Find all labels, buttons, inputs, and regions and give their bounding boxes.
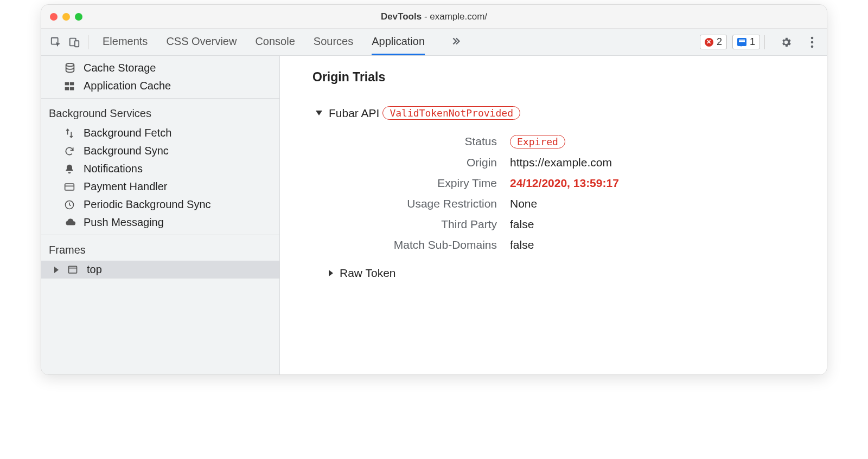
svg-rect-8 <box>70 82 74 85</box>
toolbar-separator-2 <box>764 35 765 49</box>
window-title: DevTools - example.com/ <box>41 11 827 22</box>
cache-section: Cache Storage Application Cache <box>41 56 279 99</box>
sidebar-item-label: Cache Storage <box>84 62 156 74</box>
frame-icon <box>67 264 80 275</box>
svg-rect-11 <box>65 184 74 190</box>
sidebar-item-application-cache[interactable]: Application Cache <box>41 77 279 95</box>
sidebar-item-label: Periodic Background Sync <box>84 198 211 211</box>
expiry-label: Expiry Time <box>334 177 497 190</box>
clock-icon <box>64 199 77 210</box>
toolbar-right-icons <box>777 33 821 51</box>
third-party-value: false <box>510 218 794 231</box>
fullscreen-window-button[interactable] <box>75 13 82 21</box>
credit-card-icon <box>64 182 77 192</box>
sidebar-item-push-messaging[interactable]: Push Messaging <box>41 214 279 231</box>
match-subdomains-value: false <box>510 238 794 251</box>
cloud-icon <box>64 217 77 228</box>
title-sep: - <box>422 11 430 22</box>
minimize-window-button[interactable] <box>62 13 70 21</box>
fetch-arrows-icon <box>64 128 77 139</box>
traffic-lights <box>50 13 82 21</box>
sidebar-item-label: top <box>87 263 102 276</box>
match-subdomains-label: Match Sub-Domains <box>334 238 497 251</box>
status-value: Expired <box>510 135 794 148</box>
sidebar-item-label: Payment Handler <box>84 180 168 193</box>
svg-point-6 <box>66 63 74 66</box>
error-icon: ✕ <box>705 38 713 47</box>
usage-restriction-label: Usage Restriction <box>334 197 497 210</box>
toolbar: Elements CSS Overview Console Sources Ap… <box>41 29 827 56</box>
expand-triangle-icon[interactable] <box>54 267 59 273</box>
expand-triangle-icon[interactable] <box>329 270 333 276</box>
devtools-window: DevTools - example.com/ Elements CSS Ove… <box>41 4 827 375</box>
frames-section: Frames top <box>41 235 279 279</box>
origin-value: https://example.com <box>510 156 794 169</box>
tab-elements[interactable]: Elements <box>103 29 148 55</box>
sidebar-item-label: Push Messaging <box>84 216 164 229</box>
message-icon <box>737 38 746 46</box>
sync-icon <box>64 146 77 157</box>
status-pill: Expired <box>510 135 565 148</box>
application-sidebar: Cache Storage Application Cache Backgrou… <box>41 56 280 374</box>
sidebar-item-label: Background Fetch <box>84 127 171 139</box>
svg-rect-2 <box>75 41 79 47</box>
trial-details-grid: Status Expired Origin https://example.co… <box>334 135 794 251</box>
bell-icon <box>64 164 77 174</box>
settings-gear-icon[interactable] <box>777 33 795 51</box>
trial-status-pill: ValidTokenNotProvided <box>382 106 520 120</box>
third-party-label: Third Party <box>334 218 497 231</box>
sidebar-item-label: Background Sync <box>84 145 169 157</box>
device-toggle-icon[interactable] <box>65 33 84 51</box>
tab-console[interactable]: Console <box>255 29 295 55</box>
console-status-chips: ✕ 2 1 <box>700 35 760 49</box>
expiry-value: 24/12/2020, 13:59:17 <box>510 177 794 190</box>
trial-name: Fubar API <box>329 107 379 120</box>
sidebar-item-label: Application Cache <box>84 80 171 92</box>
tabs-overflow-button[interactable] <box>450 29 462 55</box>
background-services-section: Background Services Background Fetch Bac… <box>41 99 279 235</box>
svg-point-5 <box>811 45 814 48</box>
svg-point-3 <box>811 36 814 39</box>
errors-count: 2 <box>717 36 722 48</box>
origin-trials-heading: Origin Trials <box>312 70 794 85</box>
title-url: example.com/ <box>430 11 487 22</box>
sidebar-item-periodic-background-sync[interactable]: Periodic Background Sync <box>41 196 279 214</box>
collapse-triangle-icon[interactable] <box>316 111 322 115</box>
usage-restriction-value: None <box>510 197 794 210</box>
sidebar-item-label: Notifications <box>84 163 143 175</box>
background-services-header: Background Services <box>41 102 279 124</box>
sidebar-item-notifications[interactable]: Notifications <box>41 160 279 178</box>
sidebar-item-background-fetch[interactable]: Background Fetch <box>41 124 279 142</box>
grid-icon <box>64 81 77 92</box>
panel-body: Cache Storage Application Cache Backgrou… <box>41 56 827 374</box>
origin-label: Origin <box>334 156 497 169</box>
svg-rect-10 <box>70 87 74 90</box>
svg-rect-7 <box>65 82 69 85</box>
sidebar-item-payment-handler[interactable]: Payment Handler <box>41 178 279 196</box>
sidebar-item-background-sync[interactable]: Background Sync <box>41 142 279 160</box>
panel-tabs: Elements CSS Overview Console Sources Ap… <box>103 29 694 55</box>
raw-token-label: Raw Token <box>340 267 396 280</box>
sidebar-item-cache-storage[interactable]: Cache Storage <box>41 59 279 77</box>
inspect-element-icon[interactable] <box>47 33 65 51</box>
sidebar-item-frame-top[interactable]: top <box>41 261 279 279</box>
more-menu-icon[interactable] <box>803 33 821 51</box>
errors-chip[interactable]: ✕ 2 <box>700 35 727 49</box>
titlebar: DevTools - example.com/ <box>41 5 827 29</box>
tab-css-overview[interactable]: CSS Overview <box>166 29 237 55</box>
svg-rect-9 <box>65 87 69 90</box>
tab-sources[interactable]: Sources <box>314 29 353 55</box>
trial-header-row[interactable]: Fubar API ValidTokenNotProvided <box>316 106 794 120</box>
messages-count: 1 <box>750 36 755 48</box>
svg-rect-13 <box>69 266 77 273</box>
title-app: DevTools <box>381 11 422 22</box>
tab-application[interactable]: Application <box>372 29 425 55</box>
close-window-button[interactable] <box>50 13 58 21</box>
main-content: Origin Trials Fubar API ValidTokenNotPro… <box>280 56 827 374</box>
messages-chip[interactable]: 1 <box>732 35 760 49</box>
raw-token-row[interactable]: Raw Token <box>329 267 794 280</box>
svg-point-4 <box>811 41 814 43</box>
frames-header: Frames <box>41 238 279 261</box>
database-icon <box>64 62 77 74</box>
status-label: Status <box>334 135 497 148</box>
